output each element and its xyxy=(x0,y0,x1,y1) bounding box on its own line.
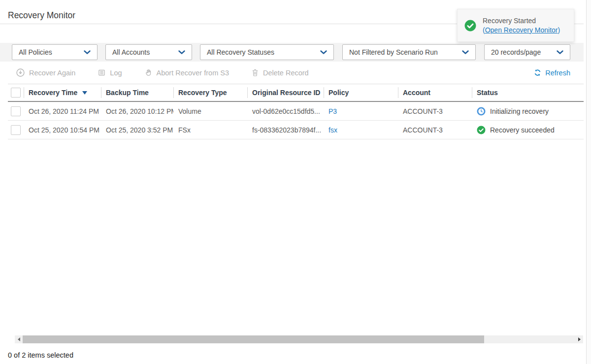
toast-link-line: (Open Recovery Monitor) xyxy=(483,26,560,35)
accounts-filter-value: All Accounts xyxy=(112,48,150,56)
status-label: Initializing recovery xyxy=(490,107,549,115)
accounts-filter-dropdown[interactable]: All Accounts xyxy=(105,44,192,60)
toast-recovery-started: Recovery Started (Open Recovery Monitor) xyxy=(457,9,574,42)
column-header-recovery-time[interactable]: Recovery Time xyxy=(24,84,101,101)
recover-again-icon xyxy=(16,68,25,77)
clock-icon xyxy=(477,107,486,116)
cell-original-resource-id: fs-083362023b7894f... xyxy=(247,126,324,134)
row-checkbox[interactable] xyxy=(11,125,21,135)
records-per-page-dropdown[interactable]: 20 records/page xyxy=(484,44,570,60)
log-button[interactable]: Log xyxy=(98,69,122,77)
abort-recover-label: Abort Recover from S3 xyxy=(157,69,229,77)
column-header-account[interactable]: Account xyxy=(398,84,472,101)
policies-filter-dropdown[interactable]: All Policies xyxy=(12,44,98,60)
cell-recovery-type: FSx xyxy=(173,126,247,134)
success-check-icon xyxy=(464,20,476,32)
scenario-run-filter-dropdown[interactable]: Not Filtered by Scenario Run xyxy=(342,44,476,60)
scenario-run-filter-value: Not Filtered by Scenario Run xyxy=(349,48,438,56)
toolbar: Recover Again Log Abort Recover from S3 … xyxy=(0,62,584,84)
row-select-cell xyxy=(8,102,24,120)
recovery-statuses-filter-dropdown[interactable]: All Recovery Statuses xyxy=(200,44,334,60)
records-per-page-value: 20 records/page xyxy=(491,48,541,56)
policies-filter-value: All Policies xyxy=(19,48,52,56)
delete-record-label: Delete Record xyxy=(263,69,309,77)
cell-policy-link[interactable]: P3 xyxy=(324,107,398,115)
chevron-down-icon xyxy=(178,50,185,55)
chevron-down-icon xyxy=(462,50,469,55)
column-header-policy[interactable]: Policy xyxy=(324,84,398,101)
trash-icon xyxy=(252,69,259,76)
column-header-recovery-type[interactable]: Recovery Type xyxy=(173,84,247,101)
table-row[interactable]: Oct 25, 2020 10:54 PMOct 25, 2020 3:52 P… xyxy=(8,121,584,139)
horizontal-scrollbar-thumb[interactable] xyxy=(23,335,484,343)
column-header-status[interactable]: Status xyxy=(472,84,584,101)
recover-again-label: Recover Again xyxy=(29,69,75,77)
cell-original-resource-id: vol-0d62e0cc15dfd5... xyxy=(247,107,324,115)
recovery-table: Recovery Time Backup Time Recovery Type … xyxy=(8,84,584,139)
sort-desc-icon xyxy=(82,91,87,95)
refresh-button[interactable]: Refresh xyxy=(534,69,570,77)
chevron-down-icon xyxy=(557,50,563,55)
status-label: Recovery succeeded xyxy=(490,126,555,134)
column-header-original-resource-id[interactable]: Original Resource ID xyxy=(247,84,324,101)
log-label: Log xyxy=(110,69,122,77)
select-all-checkbox[interactable] xyxy=(11,88,21,98)
row-checkbox[interactable] xyxy=(11,106,21,116)
selection-count-text: 0 of 2 items selected xyxy=(8,351,73,359)
vertical-scrollbar[interactable] xyxy=(586,0,591,364)
scroll-left-arrow-icon[interactable] xyxy=(15,335,23,343)
delete-record-button[interactable]: Delete Record xyxy=(252,69,309,77)
page-title: Recovery Monitor xyxy=(8,10,75,21)
open-recovery-monitor-link[interactable]: Open Recovery Monitor xyxy=(485,26,558,34)
toast-title: Recovery Started xyxy=(483,16,560,26)
row-select-cell xyxy=(8,121,24,139)
cell-recovery-time: Oct 26, 2020 11:24 PM xyxy=(24,107,101,115)
cell-status: Initializing recovery xyxy=(472,107,584,116)
cell-account: ACCOUNT-3 xyxy=(398,107,472,115)
cell-account: ACCOUNT-3 xyxy=(398,126,472,134)
column-header-backup-time[interactable]: Backup Time xyxy=(101,84,173,101)
hand-stop-icon xyxy=(145,69,152,76)
cell-backup-time: Oct 26, 2020 10:12 PM xyxy=(101,107,173,115)
table-header-row: Recovery Time Backup Time Recovery Type … xyxy=(8,84,584,102)
scroll-right-arrow-icon[interactable] xyxy=(575,335,583,343)
cell-recovery-time: Oct 25, 2020 10:54 PM xyxy=(24,126,101,134)
log-icon xyxy=(98,69,105,76)
recover-again-button[interactable]: Recover Again xyxy=(16,68,75,77)
horizontal-scrollbar[interactable] xyxy=(15,335,583,343)
recovery-statuses-filter-value: All Recovery Statuses xyxy=(207,48,274,56)
abort-recover-button[interactable]: Abort Recover from S3 xyxy=(145,69,229,77)
chevron-down-icon xyxy=(84,50,91,55)
cell-backup-time: Oct 25, 2020 3:52 PM xyxy=(101,126,173,134)
table-body: Oct 26, 2020 11:24 PMOct 26, 2020 10:12 … xyxy=(8,102,584,139)
cell-recovery-type: Volume xyxy=(173,107,247,115)
chevron-down-icon xyxy=(320,50,327,55)
filter-bar: All Policies All Accounts All Recovery S… xyxy=(0,43,584,62)
refresh-label: Refresh xyxy=(545,69,570,77)
select-all-cell xyxy=(8,84,24,101)
cell-policy-link[interactable]: fsx xyxy=(324,126,398,134)
cell-status: Recovery succeeded xyxy=(472,126,584,134)
table-row[interactable]: Oct 26, 2020 11:24 PMOct 26, 2020 10:12 … xyxy=(8,102,584,121)
check-icon xyxy=(477,126,486,134)
refresh-icon xyxy=(534,69,541,76)
